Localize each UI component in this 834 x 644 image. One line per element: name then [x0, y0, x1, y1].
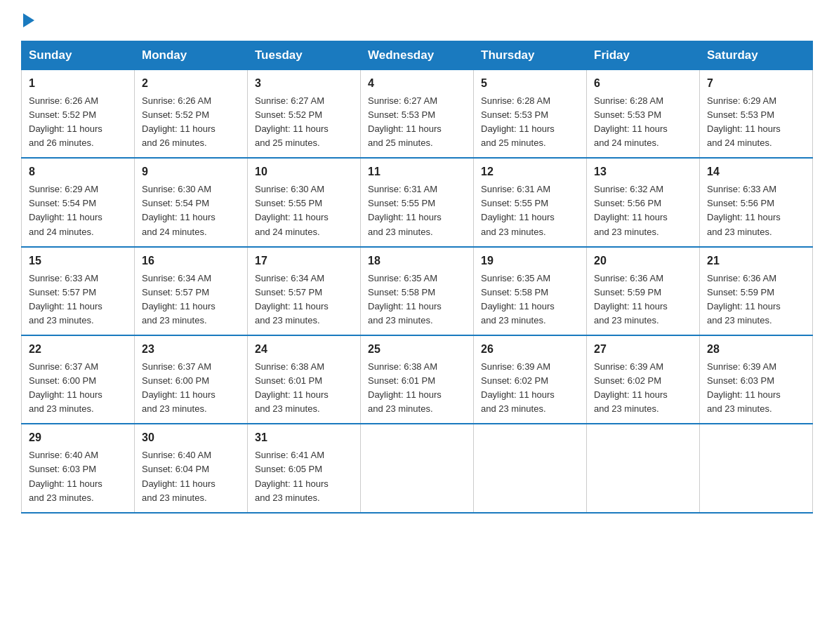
calendar-cell — [700, 424, 813, 512]
calendar-week-row: 1Sunrise: 6:26 AMSunset: 5:52 PMDaylight… — [22, 70, 813, 159]
day-number: 9 — [142, 163, 240, 181]
day-number: 15 — [29, 253, 127, 270]
day-number: 17 — [255, 253, 353, 270]
day-number: 24 — [255, 341, 353, 358]
col-header-thursday: Thursday — [474, 41, 587, 70]
day-info: Sunrise: 6:39 AMSunset: 6:03 PMDaylight:… — [707, 361, 781, 414]
calendar-cell: 10Sunrise: 6:30 AMSunset: 5:55 PMDayligh… — [248, 158, 361, 246]
day-number: 19 — [481, 253, 579, 270]
day-info: Sunrise: 6:27 AMSunset: 5:52 PMDaylight:… — [255, 95, 329, 148]
col-header-friday: Friday — [587, 41, 700, 70]
calendar-cell: 25Sunrise: 6:38 AMSunset: 6:01 PMDayligh… — [361, 335, 474, 424]
day-info: Sunrise: 6:26 AMSunset: 5:52 PMDaylight:… — [142, 95, 216, 148]
calendar-cell: 1Sunrise: 6:26 AMSunset: 5:52 PMDaylight… — [22, 70, 135, 159]
col-header-monday: Monday — [135, 41, 248, 70]
calendar-cell: 2Sunrise: 6:26 AMSunset: 5:52 PMDaylight… — [135, 70, 248, 159]
calendar-cell: 11Sunrise: 6:31 AMSunset: 5:55 PMDayligh… — [361, 158, 474, 246]
day-info: Sunrise: 6:38 AMSunset: 6:01 PMDaylight:… — [368, 361, 442, 414]
day-info: Sunrise: 6:31 AMSunset: 5:55 PMDaylight:… — [481, 184, 555, 236]
calendar-cell — [587, 424, 700, 512]
calendar-week-row: 22Sunrise: 6:37 AMSunset: 6:00 PMDayligh… — [22, 335, 813, 424]
day-number: 3 — [255, 75, 353, 93]
day-number: 30 — [142, 429, 240, 447]
calendar-cell: 28Sunrise: 6:39 AMSunset: 6:03 PMDayligh… — [700, 335, 813, 424]
day-number: 16 — [142, 253, 240, 270]
day-info: Sunrise: 6:32 AMSunset: 5:56 PMDaylight:… — [594, 184, 668, 236]
day-info: Sunrise: 6:37 AMSunset: 6:00 PMDaylight:… — [142, 361, 216, 414]
logo — [21, 14, 34, 28]
day-info: Sunrise: 6:26 AMSunset: 5:52 PMDaylight:… — [29, 95, 102, 148]
calendar-cell: 24Sunrise: 6:38 AMSunset: 6:01 PMDayligh… — [248, 335, 361, 424]
day-number: 18 — [368, 253, 466, 270]
calendar-cell: 30Sunrise: 6:40 AMSunset: 6:04 PMDayligh… — [135, 424, 248, 512]
day-number: 1 — [29, 75, 127, 93]
day-info: Sunrise: 6:33 AMSunset: 5:56 PMDaylight:… — [707, 184, 781, 236]
calendar-cell: 29Sunrise: 6:40 AMSunset: 6:03 PMDayligh… — [22, 424, 135, 512]
day-info: Sunrise: 6:38 AMSunset: 6:01 PMDaylight:… — [255, 361, 329, 414]
day-info: Sunrise: 6:30 AMSunset: 5:55 PMDaylight:… — [255, 184, 329, 236]
day-info: Sunrise: 6:27 AMSunset: 5:53 PMDaylight:… — [368, 95, 442, 148]
day-number: 26 — [481, 341, 579, 358]
day-info: Sunrise: 6:28 AMSunset: 5:53 PMDaylight:… — [594, 95, 668, 148]
day-number: 25 — [368, 341, 466, 358]
col-header-tuesday: Tuesday — [248, 41, 361, 70]
day-number: 5 — [481, 75, 579, 93]
calendar-table: SundayMondayTuesdayWednesdayThursdayFrid… — [21, 41, 813, 514]
day-number: 22 — [29, 341, 127, 358]
day-number: 14 — [707, 163, 805, 181]
day-info: Sunrise: 6:36 AMSunset: 5:59 PMDaylight:… — [594, 273, 668, 326]
day-number: 27 — [594, 341, 692, 358]
day-number: 2 — [142, 75, 240, 93]
day-number: 29 — [29, 429, 127, 447]
calendar-cell: 7Sunrise: 6:29 AMSunset: 5:53 PMDaylight… — [700, 70, 813, 159]
day-info: Sunrise: 6:33 AMSunset: 5:57 PMDaylight:… — [29, 273, 102, 326]
day-number: 4 — [368, 75, 466, 93]
calendar-cell: 27Sunrise: 6:39 AMSunset: 6:02 PMDayligh… — [587, 335, 700, 424]
day-number: 13 — [594, 163, 692, 181]
day-number: 23 — [142, 341, 240, 358]
day-number: 21 — [707, 253, 805, 270]
calendar-week-row: 15Sunrise: 6:33 AMSunset: 5:57 PMDayligh… — [22, 247, 813, 335]
calendar-cell: 15Sunrise: 6:33 AMSunset: 5:57 PMDayligh… — [22, 247, 135, 335]
calendar-cell: 31Sunrise: 6:41 AMSunset: 6:05 PMDayligh… — [248, 424, 361, 512]
col-header-sunday: Sunday — [22, 41, 135, 70]
day-info: Sunrise: 6:29 AMSunset: 5:54 PMDaylight:… — [29, 184, 102, 236]
calendar-cell: 17Sunrise: 6:34 AMSunset: 5:57 PMDayligh… — [248, 247, 361, 335]
calendar-cell: 13Sunrise: 6:32 AMSunset: 5:56 PMDayligh… — [587, 158, 700, 246]
day-info: Sunrise: 6:39 AMSunset: 6:02 PMDaylight:… — [594, 361, 668, 414]
day-info: Sunrise: 6:41 AMSunset: 6:05 PMDaylight:… — [255, 450, 329, 502]
calendar-cell: 6Sunrise: 6:28 AMSunset: 5:53 PMDaylight… — [587, 70, 700, 159]
calendar-cell: 9Sunrise: 6:30 AMSunset: 5:54 PMDaylight… — [135, 158, 248, 246]
calendar-cell: 14Sunrise: 6:33 AMSunset: 5:56 PMDayligh… — [700, 158, 813, 246]
day-number: 10 — [255, 163, 353, 181]
logo-line2 — [21, 14, 34, 28]
day-number: 31 — [255, 429, 353, 447]
calendar-week-row: 29Sunrise: 6:40 AMSunset: 6:03 PMDayligh… — [22, 424, 813, 512]
calendar-cell: 8Sunrise: 6:29 AMSunset: 5:54 PMDaylight… — [22, 158, 135, 246]
day-number: 6 — [594, 75, 692, 93]
day-info: Sunrise: 6:35 AMSunset: 5:58 PMDaylight:… — [368, 273, 442, 326]
calendar-cell: 21Sunrise: 6:36 AMSunset: 5:59 PMDayligh… — [700, 247, 813, 335]
calendar-cell — [361, 424, 474, 512]
calendar-header-row: SundayMondayTuesdayWednesdayThursdayFrid… — [22, 41, 813, 70]
day-number: 8 — [29, 163, 127, 181]
logo-arrow-icon — [23, 13, 34, 27]
calendar-cell: 19Sunrise: 6:35 AMSunset: 5:58 PMDayligh… — [474, 247, 587, 335]
day-info: Sunrise: 6:36 AMSunset: 5:59 PMDaylight:… — [707, 273, 781, 326]
day-info: Sunrise: 6:30 AMSunset: 5:54 PMDaylight:… — [142, 184, 216, 236]
calendar-cell: 20Sunrise: 6:36 AMSunset: 5:59 PMDayligh… — [587, 247, 700, 335]
day-info: Sunrise: 6:31 AMSunset: 5:55 PMDaylight:… — [368, 184, 442, 236]
day-info: Sunrise: 6:29 AMSunset: 5:53 PMDaylight:… — [707, 95, 781, 148]
page-header — [21, 14, 813, 28]
day-info: Sunrise: 6:34 AMSunset: 5:57 PMDaylight:… — [142, 273, 216, 326]
day-number: 28 — [707, 341, 805, 358]
day-info: Sunrise: 6:37 AMSunset: 6:00 PMDaylight:… — [29, 361, 102, 414]
day-info: Sunrise: 6:39 AMSunset: 6:02 PMDaylight:… — [481, 361, 555, 414]
calendar-cell: 4Sunrise: 6:27 AMSunset: 5:53 PMDaylight… — [361, 70, 474, 159]
calendar-cell: 12Sunrise: 6:31 AMSunset: 5:55 PMDayligh… — [474, 158, 587, 246]
calendar-cell: 26Sunrise: 6:39 AMSunset: 6:02 PMDayligh… — [474, 335, 587, 424]
day-info: Sunrise: 6:34 AMSunset: 5:57 PMDaylight:… — [255, 273, 329, 326]
calendar-cell — [474, 424, 587, 512]
col-header-wednesday: Wednesday — [361, 41, 474, 70]
col-header-saturday: Saturday — [700, 41, 813, 70]
